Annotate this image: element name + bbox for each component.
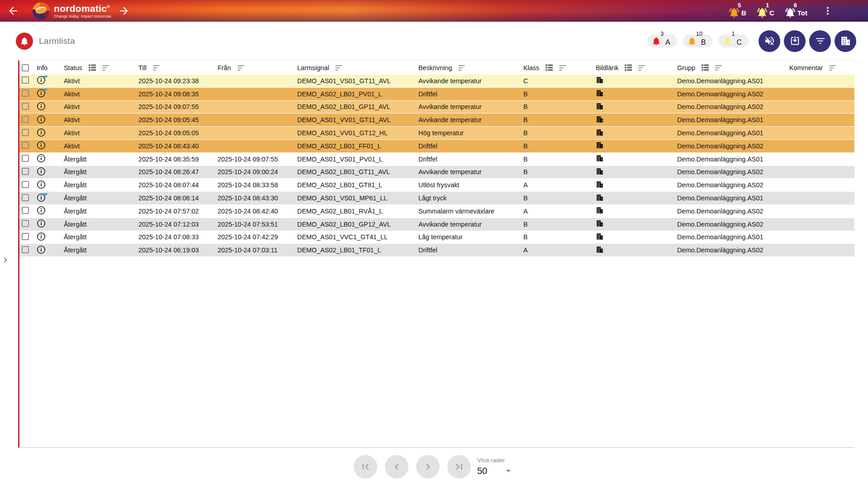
- sort-icon[interactable]: [102, 65, 111, 71]
- first-page-button[interactable]: [354, 455, 377, 479]
- table-row[interactable]: Återgått2025-10-24 08:07:442025-10-24 08…: [19, 179, 854, 192]
- image-link-button[interactable]: [596, 232, 604, 241]
- image-link-button[interactable]: [596, 246, 604, 254]
- sort-icon[interactable]: [559, 65, 568, 71]
- row-info-button[interactable]: [37, 102, 46, 111]
- image-link-button[interactable]: [596, 89, 604, 97]
- column-options-icon[interactable]: [545, 64, 553, 71]
- table-row[interactable]: Aktivt2025-10-24 09:05:05DEMO_AS01_VV01_…: [19, 127, 854, 140]
- table-row[interactable]: Återgått2025-10-24 08:06:142025-10-24 08…: [19, 192, 854, 205]
- table-row[interactable]: Aktivt2025-10-24 09:07:55DEMO_AS02_LB01_…: [19, 101, 854, 114]
- row-checkbox[interactable]: [22, 233, 29, 240]
- sort-icon[interactable]: [638, 65, 647, 71]
- column-header-larmsignal[interactable]: Larmsignal: [287, 64, 409, 71]
- row-info-button[interactable]: [37, 128, 46, 137]
- image-link-button[interactable]: [596, 141, 604, 149]
- column-header-beskrivning[interactable]: Beskrivning: [409, 64, 513, 71]
- class-badge-a[interactable]: 3A: [647, 34, 677, 47]
- alarm-counter-c[interactable]: 1C: [756, 3, 774, 19]
- forward-arrow-button[interactable]: [116, 3, 132, 19]
- image-link-button[interactable]: [596, 128, 604, 137]
- table-row[interactable]: Återgått2025-10-24 08:35:592025-10-24 09…: [19, 153, 854, 166]
- select-all-checkbox[interactable]: [22, 64, 29, 71]
- overflow-menu-button[interactable]: [820, 3, 835, 19]
- mute-alarms-button[interactable]: [759, 30, 780, 52]
- sort-icon[interactable]: [829, 65, 838, 71]
- row-checkbox[interactable]: [22, 168, 29, 175]
- row-checkbox[interactable]: [22, 103, 29, 110]
- table-row[interactable]: Återgått2025-10-24 06:19:032025-10-24 07…: [19, 244, 854, 257]
- sort-icon[interactable]: [458, 65, 467, 71]
- alarm-counter-b[interactable]: 5B: [728, 3, 746, 19]
- row-info-button[interactable]: [37, 141, 46, 150]
- column-header-till[interactable]: Till: [129, 64, 208, 71]
- row-info-button[interactable]: [37, 219, 46, 228]
- filter-button[interactable]: [809, 30, 831, 52]
- row-info-button[interactable]: [37, 180, 46, 189]
- column-header-kommentar[interactable]: Kommentar: [785, 64, 854, 71]
- side-panel-expander[interactable]: [0, 254, 10, 266]
- column-header-grupp[interactable]: Grupp: [667, 64, 785, 71]
- row-checkbox[interactable]: [22, 181, 29, 188]
- row-info-button[interactable]: [37, 76, 46, 85]
- image-link-button[interactable]: [596, 180, 604, 189]
- next-page-button[interactable]: [416, 455, 440, 479]
- row-info-button[interactable]: [37, 115, 46, 124]
- image-link-button[interactable]: [596, 76, 604, 84]
- image-link-button[interactable]: [596, 115, 604, 123]
- sort-icon[interactable]: [335, 65, 344, 71]
- row-checkbox[interactable]: [22, 116, 29, 123]
- sort-icon[interactable]: [715, 65, 724, 71]
- table-row[interactable]: Återgått2025-10-24 07:57:022025-10-24 08…: [19, 205, 854, 218]
- table-row[interactable]: Aktivt2025-10-24 09:05:45DEMO_AS01_VV01_…: [19, 114, 854, 127]
- row-info-button[interactable]: [37, 167, 46, 176]
- row-checkbox[interactable]: [22, 129, 29, 136]
- column-options-icon[interactable]: [89, 64, 96, 71]
- class-badge-b[interactable]: 10B: [683, 34, 713, 47]
- row-checkbox[interactable]: [22, 207, 29, 214]
- row-info-button[interactable]: [37, 193, 46, 202]
- sort-icon[interactable]: [237, 65, 246, 71]
- row-checkbox[interactable]: [22, 76, 29, 84]
- table-row[interactable]: Aktivt2025-10-24 09:23:38DEMO_AS01_VS01_…: [19, 75, 854, 88]
- back-arrow-button[interactable]: [5, 3, 21, 19]
- column-header-select[interactable]: [19, 64, 37, 71]
- export-button[interactable]: [784, 30, 806, 52]
- row-info-button[interactable]: [37, 89, 46, 98]
- table-row[interactable]: Återgått2025-10-24 08:26:472025-10-24 09…: [19, 166, 854, 179]
- table-row[interactable]: Återgått2025-10-24 07:12:032025-10-24 07…: [19, 218, 854, 231]
- sort-icon[interactable]: [153, 65, 161, 71]
- table-row[interactable]: Aktivt2025-10-24 09:08:35DEMO_AS02_LB01_…: [19, 88, 854, 101]
- row-info-button[interactable]: [37, 245, 46, 254]
- image-link-button[interactable]: [596, 102, 604, 110]
- column-header-klass[interactable]: Klass: [513, 64, 586, 71]
- row-checkbox[interactable]: [22, 220, 29, 227]
- table-row[interactable]: Aktivt2025-10-24 08:43:40DEMO_AS02_LB01_…: [19, 140, 854, 153]
- column-header-info[interactable]: Info: [37, 64, 53, 71]
- alarm-counter-tot[interactable]: 6Tot: [784, 3, 807, 19]
- last-page-button[interactable]: [447, 455, 471, 479]
- row-checkbox[interactable]: [22, 194, 29, 201]
- column-header-fran[interactable]: Från: [208, 64, 287, 71]
- image-link-button[interactable]: [596, 206, 604, 214]
- row-checkbox[interactable]: [22, 246, 29, 253]
- row-checkbox[interactable]: [22, 142, 29, 149]
- column-options-icon[interactable]: [702, 64, 709, 71]
- rows-per-page-select[interactable]: Visa rader 50: [477, 457, 514, 477]
- table-row[interactable]: Återgått2025-10-24 07:08:332025-10-24 07…: [19, 231, 854, 244]
- image-link-button[interactable]: [596, 167, 604, 175]
- brand-logo[interactable]: nordomatic® Change today. Impact tomorro…: [33, 2, 112, 19]
- image-link-button[interactable]: [596, 154, 604, 162]
- row-info-button[interactable]: [37, 232, 46, 241]
- row-checkbox[interactable]: [22, 90, 29, 97]
- image-link-button[interactable]: [596, 219, 604, 227]
- row-checkbox[interactable]: [22, 155, 29, 162]
- column-header-bildlank[interactable]: Bildlänk: [586, 64, 667, 71]
- class-badge-c[interactable]: 1C: [718, 34, 749, 47]
- row-info-button[interactable]: [37, 154, 46, 163]
- image-link-button[interactable]: [596, 194, 604, 202]
- column-options-icon[interactable]: [625, 64, 632, 71]
- buildings-view-button[interactable]: [835, 30, 856, 52]
- previous-page-button[interactable]: [385, 455, 408, 479]
- row-info-button[interactable]: [37, 206, 46, 215]
